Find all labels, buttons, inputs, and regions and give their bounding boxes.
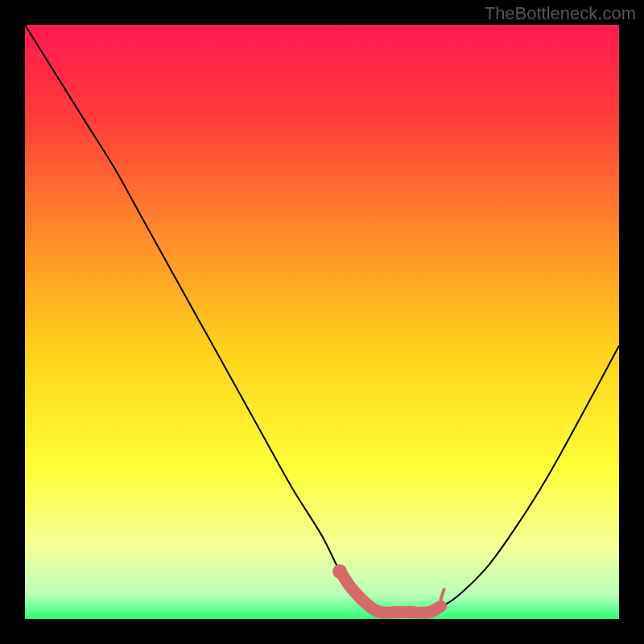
bottleneck-chart bbox=[0, 0, 644, 644]
watermark-text: TheBottleneck.com bbox=[485, 3, 636, 24]
plot-area bbox=[25, 25, 619, 619]
